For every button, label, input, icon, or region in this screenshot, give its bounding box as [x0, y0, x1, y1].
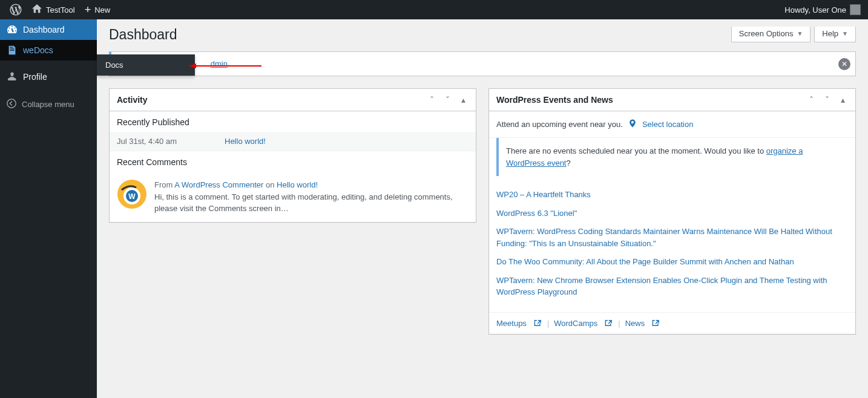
admin-toolbar: TestTool + New Howdy, User One	[0, 0, 868, 19]
account-link[interactable]: Howdy, User One	[784, 4, 863, 15]
wedocs-icon	[6, 45, 18, 56]
submenu-item-label: Docs	[105, 60, 123, 70]
home-icon	[31, 4, 42, 16]
collapse-icon	[6, 98, 17, 111]
widget-title: WordPress Events and News	[496, 95, 806, 105]
plus-icon: +	[85, 4, 91, 16]
toggle-widget-button[interactable]: ▴	[837, 95, 848, 105]
news-link[interactable]: WPTavern: WordPress Coding Standards Mai…	[496, 227, 832, 248]
external-icon	[534, 319, 542, 327]
attend-label: Attend an upcoming event near you.	[496, 120, 623, 129]
external-icon	[652, 319, 660, 327]
new-label: New	[94, 5, 110, 15]
avatar-icon	[850, 4, 861, 15]
page-title: Dashboard	[109, 27, 177, 43]
sidebar-item-dashboard[interactable]: Dashboard	[0, 19, 97, 40]
site-name: TestTool	[46, 5, 75, 15]
published-date: Jul 31st, 4:40 am	[117, 137, 225, 146]
dashboard-icon	[6, 24, 18, 36]
widget-title: Activity	[117, 95, 426, 105]
meetups-link[interactable]: Meetups	[496, 319, 527, 328]
no-events-notice: There are no events scheduled near you a…	[496, 138, 848, 176]
chevron-down-icon: ▼	[797, 30, 803, 37]
events-news-widget: WordPress Events and News ˄ ˅ ▴ Attend a…	[488, 88, 856, 334]
content-area: Dashboard Screen Options ▼ Help ▼ dmin. …	[97, 19, 868, 398]
dismiss-notice-button[interactable]: ✕	[838, 58, 850, 70]
news-list: WP20 – A Heartfelt Thanks WordPress 6.3 …	[489, 181, 855, 312]
new-content-link[interactable]: + New	[80, 0, 116, 19]
notice-link-fragment[interactable]: dmin	[211, 59, 228, 68]
sidebar-item-label: Dashboard	[23, 25, 65, 34]
recently-published-heading: Recently Published	[110, 111, 476, 132]
move-down-button[interactable]: ˅	[442, 95, 453, 105]
help-button[interactable]: Help ▼	[814, 27, 856, 42]
news-footer-link[interactable]: News	[625, 319, 645, 328]
news-link[interactable]: WP20 – A Heartfelt Thanks	[496, 190, 591, 199]
wp-logo-icon[interactable]	[5, 0, 27, 19]
svg-point-0	[7, 99, 16, 108]
wedocs-submenu: Docs	[97, 54, 195, 76]
news-link[interactable]: WordPress 6.3 "Lionel"	[496, 209, 577, 218]
sidebar-item-label: Profile	[23, 72, 47, 82]
collapse-menu-button[interactable]: Collapse menu	[0, 93, 97, 116]
move-down-button[interactable]: ˅	[821, 95, 832, 105]
location-icon	[628, 119, 637, 130]
news-link[interactable]: WPTavern: New Chrome Browser Extension E…	[496, 276, 827, 297]
community-footer-links: Meetups | WordCamps | News	[489, 312, 855, 334]
sidebar-item-label: weDocs	[23, 45, 53, 55]
sidebar-item-wedocs[interactable]: weDocs	[0, 40, 97, 60]
comment-row: W From A WordPress Commenter on Hello wo…	[110, 172, 476, 222]
recent-comments-heading: Recent Comments	[110, 151, 476, 172]
sidebar-item-profile[interactable]: Profile	[0, 67, 97, 87]
howdy-text: Howdy, User One	[784, 5, 846, 15]
select-location-link[interactable]: Select location	[642, 120, 694, 129]
svg-text:W: W	[128, 192, 136, 201]
move-up-button[interactable]: ˄	[426, 95, 437, 105]
toggle-widget-button[interactable]: ▴	[458, 95, 469, 105]
gravatar-icon: W	[117, 179, 147, 215]
site-link[interactable]: TestTool	[27, 0, 80, 19]
published-row: Jul 31st, 4:40 am Hello world!	[110, 132, 476, 151]
comment-post-link[interactable]: Hello world!	[277, 180, 318, 189]
move-up-button[interactable]: ˄	[806, 95, 817, 105]
comment-excerpt: Hi, this is a comment. To get started wi…	[154, 191, 469, 215]
admin-notice: dmin. ✕	[109, 51, 856, 76]
chevron-down-icon: ▼	[842, 30, 848, 37]
admin-sidebar: Dashboard weDocs Profile Collapse menu	[0, 19, 97, 398]
external-icon	[605, 319, 613, 327]
collapse-label: Collapse menu	[22, 100, 74, 109]
published-post-link[interactable]: Hello world!	[225, 137, 266, 146]
screen-options-button[interactable]: Screen Options ▼	[731, 27, 811, 42]
activity-widget: Activity ˄ ˅ ▴ Recently Published Jul 31…	[109, 88, 476, 223]
profile-icon	[6, 71, 18, 83]
submenu-item-docs[interactable]: Docs	[97, 54, 195, 76]
news-link[interactable]: Do The Woo Community: All About the Page…	[496, 257, 794, 266]
wordcamps-link[interactable]: WordCamps	[554, 319, 597, 328]
comment-author-link[interactable]: A WordPress Commenter	[174, 180, 263, 189]
